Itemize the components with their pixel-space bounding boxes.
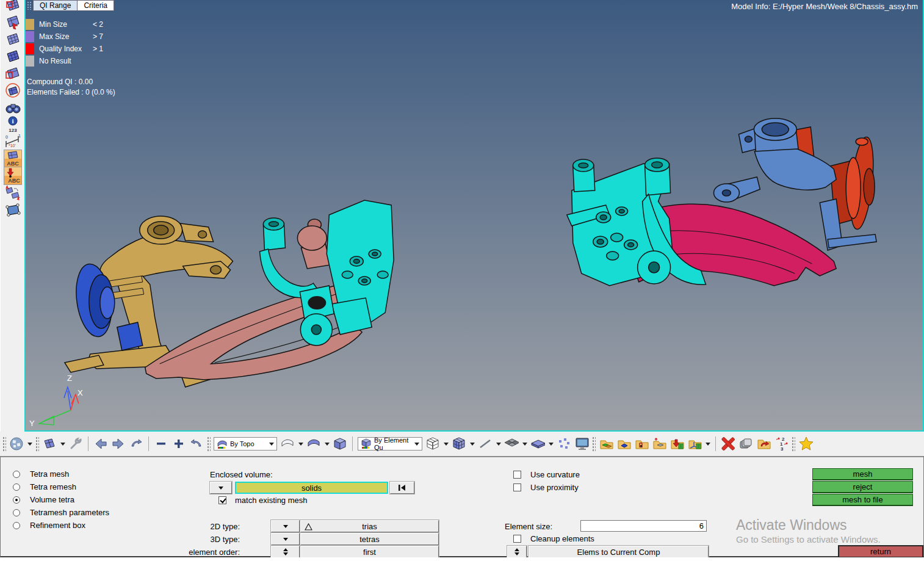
systems-collector-icon[interactable] bbox=[687, 436, 702, 451]
use-proximity-label[interactable]: Use proximity bbox=[530, 483, 579, 492]
radio-refinement-box[interactable] bbox=[13, 522, 20, 529]
collector-caret[interactable] bbox=[706, 443, 710, 446]
mesh-edit-icon[interactable] bbox=[1, 31, 24, 48]
toolbar-grip[interactable] bbox=[592, 436, 596, 451]
property-collector-icon[interactable] bbox=[634, 436, 649, 451]
line-tool-caret[interactable] bbox=[496, 443, 501, 446]
shaded-geometry-caret[interactable] bbox=[325, 443, 330, 446]
shaded-geometry-icon[interactable] bbox=[306, 436, 321, 451]
cleanup-elements-label[interactable]: Cleanup elements bbox=[530, 534, 594, 543]
cleanup-elements-checkbox[interactable] bbox=[513, 535, 521, 543]
mesh-button[interactable]: mesh bbox=[812, 468, 913, 480]
element-order-value-button[interactable]: first bbox=[300, 546, 439, 558]
load-collector-icon[interactable] bbox=[652, 436, 666, 451]
tab-criteria[interactable]: Criteria bbox=[78, 0, 114, 11]
line-tool-icon[interactable] bbox=[478, 436, 493, 451]
tab-qi-range[interactable]: QI Range bbox=[33, 0, 78, 11]
find-binoculars-icon[interactable] bbox=[1, 99, 24, 116]
wireframe-geometry-icon[interactable] bbox=[280, 436, 295, 451]
return-button[interactable]: return bbox=[838, 545, 923, 558]
shaded-elements-icon[interactable] bbox=[452, 436, 466, 451]
back-arrow-icon[interactable] bbox=[93, 436, 108, 451]
radio-tetra-mesh-label[interactable]: Tetra mesh bbox=[30, 469, 69, 479]
entity-type-dropdown[interactable] bbox=[210, 482, 232, 494]
reject-button[interactable]: reject bbox=[812, 481, 913, 493]
free-nodes-icon[interactable] bbox=[557, 436, 571, 451]
type-3d-value-button[interactable]: tetras bbox=[300, 533, 439, 545]
quad-mesh-icon[interactable] bbox=[504, 436, 519, 451]
screen-capture-icon[interactable] bbox=[574, 436, 589, 451]
zoom-in-icon[interactable] bbox=[171, 436, 186, 451]
reset-selection-button[interactable] bbox=[390, 482, 414, 494]
layers-icon[interactable] bbox=[738, 436, 753, 451]
match-existing-mesh-label[interactable]: match existing mesh bbox=[235, 496, 308, 505]
delete-icon[interactable] bbox=[721, 436, 735, 451]
components-collector-icon[interactable] bbox=[599, 436, 613, 451]
element-color-combo[interactable]: By Element Qu bbox=[358, 437, 422, 451]
wireframe-geometry-caret[interactable] bbox=[298, 443, 303, 446]
undo-view-icon[interactable] bbox=[129, 436, 143, 451]
check-region-icon[interactable] bbox=[1, 65, 24, 82]
type-2d-value-button[interactable]: trias bbox=[300, 520, 439, 532]
window-layout-caret[interactable] bbox=[60, 443, 65, 446]
by-topo-caret[interactable] bbox=[269, 443, 274, 446]
toolbar-grip[interactable] bbox=[2, 436, 6, 451]
plate-element-caret[interactable] bbox=[549, 443, 554, 446]
element-order-toggle[interactable] bbox=[271, 546, 300, 558]
node-labels-icon[interactable]: ABC bbox=[1, 167, 24, 184]
radio-tetra-remesh[interactable] bbox=[13, 483, 20, 491]
mesh-solid-icon[interactable] bbox=[1, 48, 24, 65]
toolbar-grip[interactable] bbox=[207, 436, 211, 451]
forward-arrow-icon[interactable] bbox=[111, 436, 126, 451]
use-curvature-label[interactable]: Use curvature bbox=[530, 470, 580, 479]
entity-selector-solids[interactable]: solids bbox=[235, 482, 388, 494]
elems-dest-toggle[interactable] bbox=[507, 546, 527, 558]
zoom-out-icon[interactable] bbox=[154, 436, 168, 451]
wrench-icon[interactable] bbox=[68, 436, 83, 451]
wireframe-elements-caret[interactable] bbox=[444, 443, 449, 446]
toolbar-grip[interactable] bbox=[792, 436, 795, 451]
radio-refinement-box-label[interactable]: Refinement box bbox=[30, 521, 85, 530]
map-mesh-icon[interactable] bbox=[1, 184, 24, 201]
renumber-icon[interactable]: 213 bbox=[774, 436, 789, 451]
plate-element-icon[interactable] bbox=[530, 436, 545, 451]
element-size-input[interactable] bbox=[580, 520, 707, 532]
quad-mesh-caret[interactable] bbox=[522, 443, 527, 446]
circled-mesh-icon[interactable] bbox=[1, 82, 24, 99]
wireframe-elements-icon[interactable] bbox=[425, 436, 440, 451]
window-layout-icon[interactable] bbox=[42, 436, 57, 451]
shaded-elements-caret[interactable] bbox=[470, 443, 475, 446]
element-labels-icon[interactable]: ABC bbox=[1, 150, 24, 167]
solid-cube-icon[interactable] bbox=[333, 436, 347, 451]
match-existing-mesh-checkbox[interactable] bbox=[218, 496, 226, 504]
radio-tetra-remesh-label[interactable]: Tetra remesh bbox=[30, 482, 76, 491]
type-2d-dropdown[interactable] bbox=[271, 520, 300, 532]
tab-grip-handle[interactable] bbox=[27, 1, 32, 10]
entity-select-sphere-icon[interactable] bbox=[9, 436, 24, 451]
redo-view-icon[interactable] bbox=[189, 436, 204, 451]
material-collector-icon[interactable] bbox=[616, 436, 631, 451]
radio-tetramesh-parameters[interactable] bbox=[13, 509, 20, 516]
mesh-to-file-button[interactable]: mesh to file bbox=[812, 494, 913, 506]
toolbar-grip[interactable] bbox=[35, 436, 39, 451]
quality-arrow-icon[interactable] bbox=[1, 13, 24, 31]
radio-tetramesh-parameters-label[interactable]: Tetramesh parameters bbox=[30, 508, 109, 517]
entity-select-caret[interactable] bbox=[27, 443, 32, 446]
use-proximity-checkbox[interactable] bbox=[513, 483, 521, 491]
numbers-info-icon[interactable]: i123 bbox=[1, 116, 24, 133]
by-element-caret[interactable] bbox=[414, 443, 419, 446]
right-hub-disc[interactable] bbox=[846, 136, 877, 231]
surface-patch-icon[interactable] bbox=[1, 201, 24, 219]
type-3d-dropdown[interactable] bbox=[271, 533, 300, 545]
graphics-viewport[interactable]: Z X Y QI Range Criteria Min Size < 2 Max… bbox=[24, 0, 924, 432]
use-curvature-checkbox[interactable] bbox=[513, 471, 521, 479]
organize-icon[interactable] bbox=[756, 436, 771, 451]
radio-volume-tetra[interactable] bbox=[13, 496, 20, 504]
radio-volume-tetra-label[interactable]: Volume tetra bbox=[30, 495, 74, 504]
elems-to-current-comp-button[interactable]: Elems to Current Comp bbox=[529, 546, 709, 558]
import-collector-icon[interactable] bbox=[670, 436, 684, 451]
check-elements-icon[interactable] bbox=[1, 0, 24, 13]
favorites-star-icon[interactable] bbox=[798, 436, 813, 451]
radio-tetra-mesh[interactable] bbox=[13, 471, 20, 478]
geometry-shade-combo[interactable]: By Topo bbox=[214, 437, 277, 451]
